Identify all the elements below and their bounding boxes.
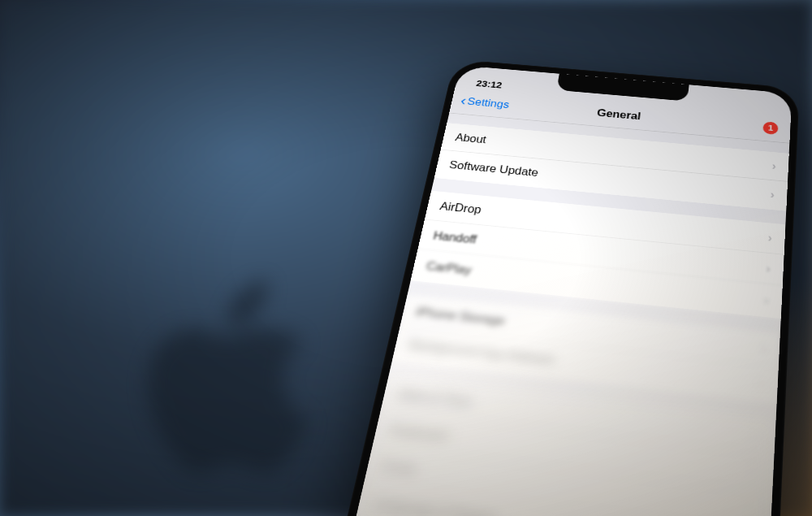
chevron-right-icon: › <box>756 427 762 442</box>
chevron-right-icon: › <box>767 232 772 245</box>
chevron-right-icon: › <box>764 294 769 308</box>
chevron-right-icon: › <box>771 160 776 172</box>
chevron-right-icon: › <box>761 341 766 356</box>
status-time: 23:12 <box>475 79 503 90</box>
chevron-right-icon: › <box>752 502 758 516</box>
settings-group: Date & Time › Keyboard › Fonts › Languag… <box>355 375 775 516</box>
settings-group: AirDrop › Handoff › CarPlay › <box>411 191 786 319</box>
chevron-right-icon: › <box>754 464 759 480</box>
back-label: Settings <box>466 96 510 111</box>
chevron-right-icon: › <box>759 375 765 390</box>
chevron-right-icon: › <box>766 262 771 275</box>
chevron-right-icon: › <box>770 189 775 201</box>
page-title: General <box>596 107 641 122</box>
back-button[interactable]: ‹ Settings <box>460 94 511 111</box>
apple-logo-background <box>146 276 325 488</box>
notification-badge: 1 <box>762 121 778 135</box>
